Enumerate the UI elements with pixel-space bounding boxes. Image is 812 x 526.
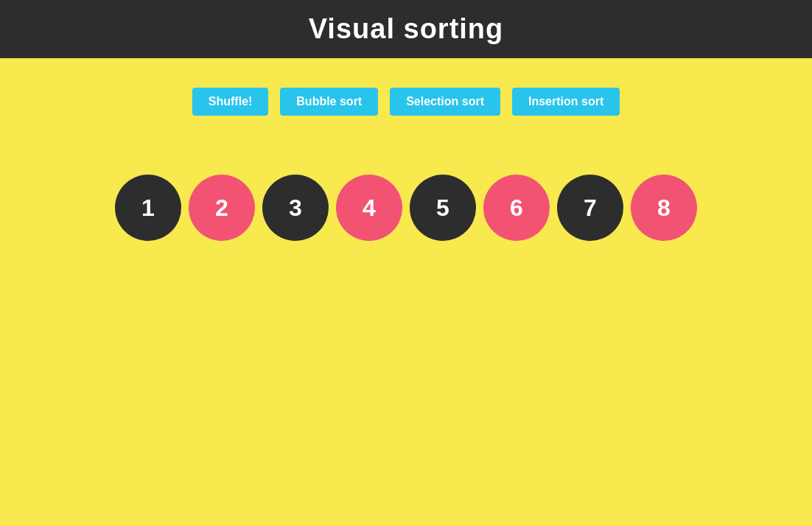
circle-2: 2 (189, 175, 255, 241)
circles-container: 12345678 (115, 175, 697, 241)
circle-6: 6 (483, 175, 550, 241)
page-title: Visual sorting (0, 13, 812, 45)
circle-3: 3 (262, 175, 329, 241)
circle-4: 4 (336, 175, 402, 241)
insertion-sort-button[interactable]: Insertion sort (512, 88, 620, 116)
circle-8: 8 (631, 175, 697, 241)
circle-1: 1 (115, 175, 181, 241)
header: Visual sorting (0, 0, 812, 58)
bubble-sort-button[interactable]: Bubble sort (280, 88, 378, 116)
selection-sort-button[interactable]: Selection sort (390, 88, 500, 116)
shuffle-button[interactable]: Shuffle! (192, 88, 269, 116)
circle-5: 5 (410, 175, 476, 241)
main-content: Shuffle!Bubble sortSelection sortInserti… (0, 58, 812, 526)
toolbar: Shuffle!Bubble sortSelection sortInserti… (192, 88, 620, 116)
circle-7: 7 (557, 175, 623, 241)
